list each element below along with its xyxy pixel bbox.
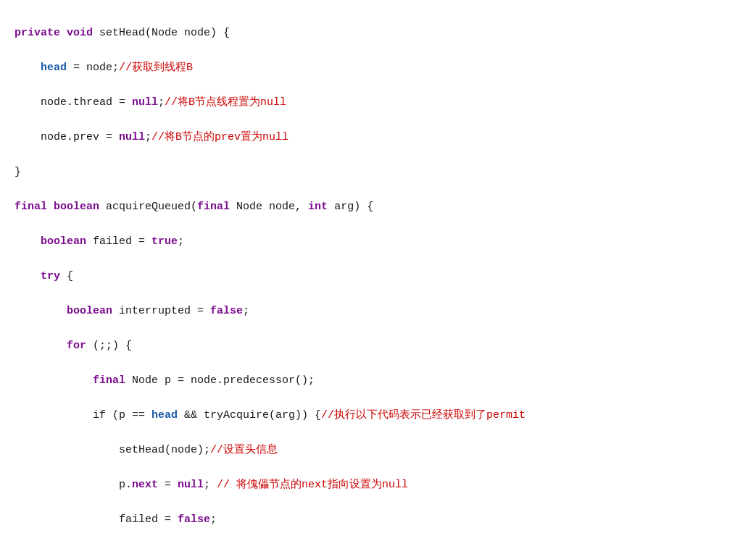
- line-4: node.prev = null;//将B节点的prev置为null: [14, 129, 742, 146]
- indent-5: setHead(node);: [14, 444, 210, 456]
- semi-5: ;: [204, 479, 217, 491]
- line-10: for (;;) {: [14, 337, 742, 355]
- keyword-for: for: [67, 340, 86, 352]
- keyword-private: private: [14, 27, 67, 39]
- indent-2b: [14, 270, 41, 282]
- line-3: node.thread = null;//将B节点线程置为null: [14, 94, 742, 112]
- param-node: Node node,: [236, 201, 308, 213]
- method-signature: setHead(Node node) {: [93, 27, 230, 39]
- line-11: final Node p = node.predecessor();: [14, 372, 742, 390]
- keyword-int: int: [308, 201, 328, 213]
- indent-5c: failed =: [14, 513, 178, 526]
- failed-assign: failed =: [86, 235, 151, 248]
- keyword-null-1: null: [132, 96, 158, 109]
- line-15: failed = false;: [14, 511, 742, 529]
- semicolon-2: ;: [145, 131, 151, 143]
- for-stmt: (;;) {: [86, 340, 132, 352]
- comment-4: //执行以下代码表示已经获取到了permit: [321, 409, 526, 421]
- keyword-void: void: [67, 27, 93, 39]
- indent-2: [14, 235, 41, 248]
- indent-4: [14, 374, 93, 387]
- line-12: if (p == head && tryAcquire(arg)) {//执行以…: [14, 407, 742, 424]
- keyword-null-2: null: [119, 131, 145, 143]
- param-arg: arg) {: [328, 201, 373, 213]
- line-9: boolean interrupted = false;: [14, 303, 742, 320]
- comment-1: //获取到线程B: [119, 62, 193, 74]
- assignment: = node;: [67, 62, 119, 74]
- if-cond: && tryAcquire(arg)) {: [178, 409, 321, 421]
- indent-3b: [14, 340, 67, 352]
- indent: node.prev =: [14, 131, 119, 143]
- line-2: head = node;//获取到线程B: [14, 59, 742, 77]
- keyword-boolean-3: boolean: [67, 305, 112, 317]
- keyword-try: try: [41, 270, 60, 282]
- semi-6: ;: [210, 513, 217, 526]
- keyword-final-1: final: [14, 201, 54, 213]
- keyword-false: false: [210, 305, 243, 317]
- keyword-true: true: [151, 235, 178, 248]
- interrupted-assign: interrupted =: [112, 305, 210, 317]
- var-head-2: head: [151, 409, 178, 421]
- comment-5: //设置头信息: [210, 444, 278, 456]
- comment-2: //将B节点线程置为null: [165, 96, 286, 109]
- node-p-assign: Node p = node.predecessor();: [125, 374, 315, 387]
- semi-4: ;: [243, 305, 249, 317]
- line-14: p.next = null; // 将傀儡节点的next指向设置为null: [14, 477, 742, 494]
- indent-3: [14, 305, 67, 317]
- indent: node.thread =: [14, 96, 132, 109]
- comment-6: // 将傀儡节点的next指向设置为null: [217, 479, 408, 491]
- keyword-boolean: boolean: [54, 201, 99, 213]
- method-acquirequeued: acquireQueued(: [99, 201, 197, 213]
- keyword-null-3: null: [178, 479, 204, 491]
- indent-4b: if (p ==: [14, 409, 151, 421]
- line-6: final boolean acquireQueued(final Node n…: [14, 198, 742, 216]
- comment-3: //将B节点的prev置为null: [151, 131, 288, 143]
- semi-3: ;: [178, 235, 184, 248]
- line-8: try {: [14, 268, 742, 285]
- line-1: private void setHead(Node node) {: [14, 25, 742, 42]
- keyword-boolean-2: boolean: [41, 235, 86, 248]
- indent-5b: p.: [14, 479, 132, 491]
- try-brace: {: [60, 270, 73, 282]
- var-head: head: [41, 62, 67, 74]
- keyword-next: next: [132, 479, 158, 491]
- line-7: boolean failed = true;: [14, 233, 742, 251]
- next-assign: =: [158, 479, 178, 491]
- keyword-final-2: final: [197, 201, 236, 213]
- line-5: }: [14, 164, 742, 181]
- line-13: setHead(node);//设置头信息: [14, 442, 742, 459]
- keyword-final-3: final: [93, 374, 125, 387]
- code-display: private void setHead(Node node) { head =…: [14, 7, 742, 533]
- semicolon-1: ;: [158, 96, 165, 109]
- keyword-false-2: false: [178, 513, 210, 526]
- close-brace-1: }: [14, 166, 21, 178]
- indent: [14, 62, 41, 74]
